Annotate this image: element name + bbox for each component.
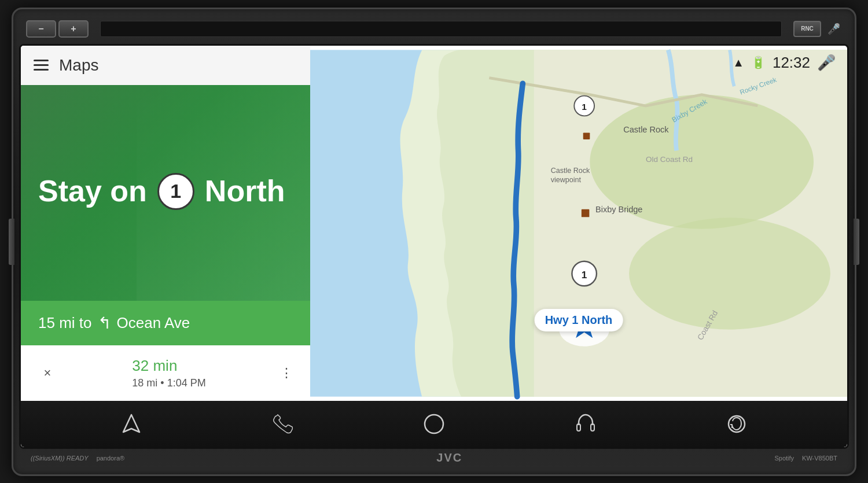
siriusxm-label: ((SiriusXM)) READY [31,455,89,462]
direction-instruction: Stay on 1 North [38,173,293,210]
trip-separator: • [160,377,167,389]
svg-point-20 [425,415,443,433]
dock-audio-button[interactable] [569,408,602,440]
top-bar: − + RNC 🎤 [19,14,849,44]
cancel-navigation-button[interactable]: × [37,363,58,384]
dock-navigation-button[interactable] [115,408,148,440]
svg-text:viewpoint: viewpoint [551,176,582,184]
dock-phone-button[interactable] [266,408,299,440]
volume-buttons: − + [26,20,89,38]
map-svg: 1 1 Castle Rock Castle Roc [310,46,847,401]
trip-time: 32 min [132,357,205,375]
direction-card: Stay on 1 North [21,85,310,301]
turn-info: 15 mi to ↰ Ocean Ave [38,314,190,333]
jvc-brand-label: JVC [436,451,462,464]
direction-stay-text: Stay on [38,175,147,208]
volume-up-button[interactable]: + [58,20,89,38]
device-unit: − + RNC 🎤 Maps St [12,8,856,476]
turn-distance-text: 15 mi to [38,314,92,332]
turn-street-text: Ocean Ave [117,314,190,332]
home-icon [422,412,446,436]
svg-text:1: 1 [582,268,587,280]
map-time: 12:32 [773,54,810,72]
pandora-label: pandora® [97,455,124,462]
headphones-icon [574,412,597,436]
phone-icon [272,414,293,434]
map-status-bar: ▲ 🔋 12:32 🎤 [733,54,836,72]
highway-label: Hwy 1 North [535,309,623,331]
nav-header: Maps [21,46,310,85]
hamburger-menu-button[interactable] [34,60,49,71]
recent-icon [726,413,748,435]
svg-text:1: 1 [582,101,587,111]
more-options-button[interactable]: ⋮ [280,366,294,381]
turn-arrow-icon: ↰ [98,314,111,333]
navigation-icon [120,412,143,436]
trip-distance-arrival: 18 mi • 1:04 PM [132,377,205,389]
turn-card: 15 mi to ↰ Ocean Ave [21,301,310,345]
signal-icon: ▲ [733,56,744,69]
trip-distance-value: 18 mi [132,377,157,389]
trip-details: 32 min 18 mi • 1:04 PM [132,357,205,389]
nav-title: Maps [59,56,98,75]
navigation-panel: Maps Stay on 1 North 15 mi to [21,46,310,401]
dock-recent-button[interactable] [720,408,753,440]
map-area: 1 1 Castle Rock Castle Roc [310,46,847,401]
model-number-label: KW-V850BT [802,455,837,462]
svg-text:Bixby Bridge: Bixby Bridge [595,204,642,213]
svg-text:Castle Rock: Castle Rock [623,125,669,134]
svg-point-3 [629,217,830,329]
left-bracket [9,219,14,265]
bottom-dock [21,401,847,447]
mic-icon[interactable]: 🎤 [826,21,842,37]
brand-left: ((SiriusXM)) READY pandora® [31,455,124,462]
disc-slot [100,21,782,37]
dock-home-button[interactable] [418,408,450,440]
spotify-label: Spotify [774,455,794,462]
right-bracket [854,219,859,265]
top-right-controls: RNC 🎤 [793,21,842,37]
main-screen: Maps Stay on 1 North 15 mi to [19,44,849,449]
route-number: 1 [170,180,181,202]
svg-rect-10 [583,132,590,139]
map-mic-icon[interactable]: 🎤 [817,54,836,72]
svg-rect-11 [582,209,590,217]
svg-text:Castle Rock: Castle Rock [551,167,590,175]
brand-right: Spotify KW-V850BT [774,455,837,462]
screen-content: Maps Stay on 1 North 15 mi to [21,46,847,401]
battery-icon: 🔋 [751,56,766,69]
volume-down-button[interactable]: − [26,20,56,38]
rnc-button[interactable]: RNC [793,21,821,37]
trip-info: × 32 min 18 mi • 1:04 PM ⋮ [21,345,310,401]
svg-text:Old Coast Rd: Old Coast Rd [646,154,693,163]
route-badge: 1 [157,173,194,210]
direction-heading-text: North [205,175,285,208]
trip-arrival-time: 1:04 PM [167,377,206,389]
bottom-info-bar: ((SiriusXM)) READY pandora® JVC Spotify … [19,449,849,467]
